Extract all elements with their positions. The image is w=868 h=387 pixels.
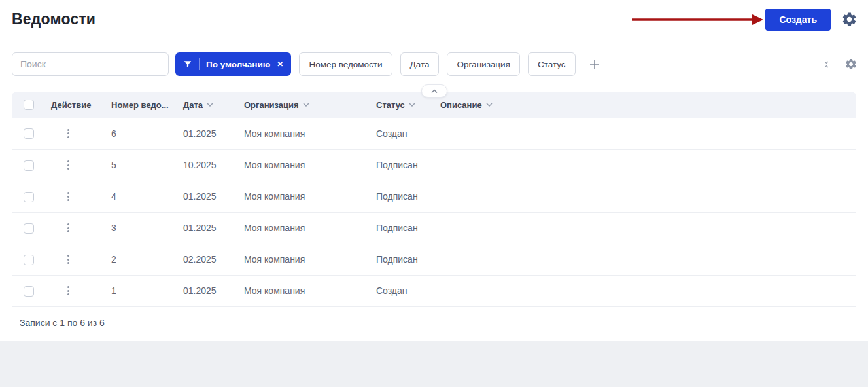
cell-organization: Моя компания — [244, 275, 376, 306]
cell-status: Подписан — [376, 181, 440, 212]
select-all-cell — [12, 92, 48, 118]
cell-organization: Моя компания — [244, 212, 376, 244]
chevron-down-icon — [207, 103, 213, 107]
column-label: Организация — [244, 100, 299, 110]
column-header-date[interactable]: Дата — [183, 92, 244, 118]
cell-number: 2 — [111, 244, 183, 275]
chevron-up-icon — [431, 89, 438, 94]
row-actions-cell — [48, 149, 111, 181]
statements-table: Действие Номер ведо... Дата Организация … — [12, 92, 856, 341]
filters-toolbar: По умолчанию ✕ Номер ведомости Дата Орга… — [0, 39, 868, 92]
create-button[interactable]: Создать — [765, 9, 831, 31]
cell-organization: Моя компания — [244, 149, 376, 181]
cell-number: 5 — [111, 149, 183, 181]
row-checkbox[interactable] — [24, 286, 34, 297]
annotation-arrow-icon — [631, 11, 764, 28]
plus-icon — [589, 58, 600, 70]
row-checkbox-cell — [12, 181, 48, 212]
cell-number: 1 — [111, 275, 183, 306]
table-row: 2 02.2025 Моя компания Подписан — [12, 244, 856, 275]
column-label: Описание — [440, 100, 482, 110]
row-checkbox[interactable] — [24, 192, 34, 202]
cell-date: 01.2025 — [183, 181, 244, 212]
cell-date: 01.2025 — [183, 212, 244, 244]
collapse-rows-icon[interactable] — [822, 59, 831, 70]
table-row: 3 01.2025 Моя компания Подписан — [12, 212, 856, 244]
table-row: 4 01.2025 Моя компания Подписан — [12, 181, 856, 212]
column-label: Номер ведо... — [111, 100, 169, 110]
row-checkbox-cell — [12, 149, 48, 181]
page-header: Ведомости Создать — [0, 0, 868, 39]
filter-button-divider — [199, 58, 200, 70]
cell-organization: Моя компания — [244, 118, 376, 149]
row-checkbox-cell — [12, 244, 48, 275]
row-checkbox[interactable] — [24, 160, 34, 171]
cell-status: Создан — [376, 275, 440, 306]
row-actions-cell — [48, 118, 111, 149]
toolbar-right-actions — [822, 58, 858, 71]
chevron-down-icon — [486, 103, 493, 107]
row-actions-cell — [48, 181, 111, 212]
row-actions-menu-icon[interactable] — [63, 191, 73, 202]
gear-icon — [844, 58, 858, 71]
row-actions-cell — [48, 244, 111, 275]
column-header-number: Номер ведо... — [111, 92, 183, 118]
default-filter-button[interactable]: По умолчанию ✕ — [175, 52, 291, 76]
settings-gear-icon[interactable] — [841, 11, 858, 28]
cell-number: 6 — [111, 118, 183, 149]
row-actions-menu-icon[interactable] — [63, 222, 73, 234]
filter-chip-number[interactable]: Номер ведомости — [299, 52, 392, 76]
cell-date: 01.2025 — [183, 118, 244, 149]
records-count: Записи с 1 по 6 из 6 — [12, 307, 856, 341]
cell-status: Подписан — [376, 212, 440, 244]
collapse-table-button[interactable] — [421, 84, 447, 98]
cell-status: Подписан — [376, 149, 440, 181]
add-filter-button[interactable] — [589, 58, 600, 70]
row-checkbox[interactable] — [24, 223, 34, 234]
cell-status: Создан — [376, 118, 440, 149]
remove-filter-icon[interactable]: ✕ — [277, 60, 283, 68]
row-actions-menu-icon[interactable] — [63, 253, 73, 265]
select-all-checkbox[interactable] — [24, 100, 34, 110]
row-actions-menu-icon[interactable] — [63, 128, 73, 139]
table-settings-gear-icon[interactable] — [844, 58, 858, 71]
cell-date: 02.2025 — [183, 244, 244, 275]
filter-chip-status[interactable]: Статус — [528, 52, 576, 76]
table-row: 1 01.2025 Моя компания Создан — [12, 275, 856, 306]
cell-date: 10.2025 — [183, 149, 244, 181]
row-actions-cell — [48, 212, 111, 244]
column-header-action: Действие — [48, 92, 111, 118]
cell-description — [440, 244, 856, 275]
chevron-down-icon — [409, 103, 415, 107]
cell-organization: Моя компания — [244, 244, 376, 275]
header-actions: Создать — [631, 9, 858, 31]
row-actions-cell — [48, 275, 111, 306]
cell-date: 01.2025 — [183, 275, 244, 306]
row-checkbox-cell — [12, 275, 48, 306]
column-header-organization[interactable]: Организация — [244, 92, 376, 118]
chevron-down-icon — [303, 103, 309, 107]
page-title: Ведомости — [12, 10, 95, 28]
content-panel: Ведомости Создать По умолчанию ✕ Номер — [0, 0, 868, 341]
cell-description — [440, 212, 856, 244]
cell-number: 4 — [111, 181, 183, 212]
filter-chip-date[interactable]: Дата — [400, 52, 440, 76]
cell-status: Подписан — [376, 244, 440, 275]
search-input[interactable] — [12, 52, 169, 76]
row-checkbox-cell — [12, 212, 48, 244]
row-actions-menu-icon[interactable] — [63, 285, 73, 297]
row-actions-menu-icon[interactable] — [63, 159, 73, 171]
filter-chip-organization[interactable]: Организация — [447, 52, 519, 76]
row-checkbox[interactable] — [24, 128, 34, 139]
cell-description — [440, 181, 856, 212]
cell-organization: Моя компания — [244, 181, 376, 212]
column-header-description[interactable]: Описание — [440, 92, 856, 118]
cell-number: 3 — [111, 212, 183, 244]
row-checkbox[interactable] — [24, 255, 34, 265]
cell-description — [440, 275, 856, 306]
column-label: Действие — [51, 100, 91, 110]
cell-description — [440, 149, 856, 181]
gear-icon — [841, 11, 858, 28]
column-label: Дата — [183, 100, 203, 110]
column-label: Статус — [376, 100, 405, 110]
